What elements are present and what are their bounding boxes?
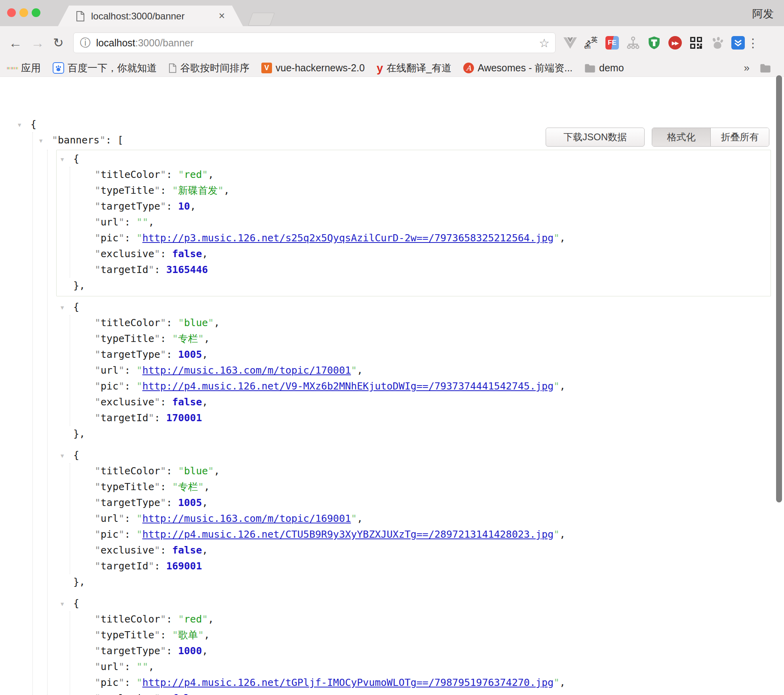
json-object-close: }, [57, 574, 771, 590]
json-field-pic: "pic": "http://p4.music.126.net/V9-MXz6b… [95, 378, 771, 394]
bookmark-star-icon[interactable]: ☆ [539, 36, 550, 50]
json-object-close: }, [57, 426, 771, 442]
json-object-open: ▼{ [57, 151, 771, 167]
json-field-targetId: "targetId": 170001 [95, 410, 771, 426]
tab-title: localhost:3000/banner [91, 11, 219, 22]
json-field-targetId: "targetId": 169001 [95, 558, 771, 574]
json-field-titleColor: "titleColor": "red", [95, 611, 771, 627]
json-field-typeTitle: "typeTitle": "专栏", [95, 479, 771, 495]
json-field-pic: "pic": "http://p3.music.126.net/s25q2x5Q… [95, 230, 771, 246]
json-field-titleColor: "titleColor": "blue", [95, 463, 771, 479]
view-mode-switch: 格式化 折叠所有 [652, 128, 769, 147]
profile-name[interactable]: 阿发 [752, 7, 774, 21]
json-field-url: "url": "http://music.163.com/m/topic/170… [95, 363, 771, 378]
fe-helper-icon[interactable]: FE [605, 36, 619, 50]
json-field-url: "url": "http://music.163.com/m/topic/169… [95, 511, 771, 527]
youdao-icon: y [377, 63, 383, 73]
json-array-item: ▼{ "titleColor": "red","typeTitle": "歌单"… [56, 594, 771, 695]
json-array-item: ▼{ "titleColor": "blue","typeTitle": "专栏… [56, 446, 771, 593]
url-host: localhost [96, 37, 135, 49]
vue-icon: V [261, 63, 272, 73]
json-object-open: ▼{ [57, 299, 771, 315]
json-tree: ▼{ ▼"banners": [ ▼{ "titleColor": "red",… [0, 116, 784, 695]
json-field-targetType: "targetType": 10, [95, 199, 771, 214]
fast-forward-icon[interactable]: ▶▶ [668, 36, 682, 50]
collapse-toggle-icon[interactable]: ▼ [61, 596, 69, 612]
vue-devtools-icon[interactable] [563, 36, 577, 50]
format-button[interactable]: 格式化 [652, 128, 711, 146]
json-field-targetType: "targetType": 1005, [95, 347, 771, 363]
json-link[interactable]: http://music.163.com/m/topic/169001 [142, 513, 351, 524]
json-array-items: ▼{ "titleColor": "red","typeTitle": "新碟首… [47, 150, 784, 695]
page-icon [169, 63, 177, 73]
url-bar[interactable]: ⓘ localhost :3000/banner ☆ [73, 32, 556, 53]
json-field-exclusive: "exclusive": false, [95, 394, 771, 410]
apps-grid-icon [7, 63, 17, 73]
json-array-item: ▼{ "titleColor": "red","typeTitle": "新碟首… [56, 150, 771, 296]
bookmark-youdao[interactable]: y 在线翻译_有道 [377, 61, 451, 74]
forward-button: → [31, 36, 44, 50]
page-info-icon[interactable]: ⓘ [80, 36, 91, 50]
folder-icon [584, 64, 596, 73]
bookmark-vue-hackernews[interactable]: V vue-hackernews-2.0 [261, 62, 365, 74]
json-field-url: "url": "", [95, 214, 771, 230]
baidu-paw-icon [53, 62, 64, 74]
json-link[interactable]: http://music.163.com/m/topic/170001 [142, 365, 351, 376]
shield-download-icon[interactable] [731, 36, 745, 50]
json-link[interactable]: http://p3.music.126.net/s25q2x5QyqsAzilC… [142, 232, 554, 244]
browser-tab[interactable]: localhost:3000/banner × [58, 6, 243, 27]
collapse-toggle-icon[interactable]: ▼ [39, 133, 47, 149]
collapse-toggle-icon[interactable]: ▼ [61, 151, 69, 167]
json-field-typeTitle: "typeTitle": "专栏", [95, 331, 771, 347]
json-field-titleColor: "titleColor": "blue", [95, 315, 771, 331]
bookmark-google-sort[interactable]: 谷歌按时间排序 [169, 61, 249, 74]
url-path: :3000/banner [135, 37, 193, 49]
bookmark-baidu[interactable]: 百度一下，你就知道 [53, 61, 157, 74]
folder-icon [760, 64, 771, 73]
bookmark-demo-folder[interactable]: demo [584, 62, 624, 74]
download-json-button[interactable]: 下载JSON数据 [546, 128, 645, 147]
extension-icons: 英 ⇄ en FE ▶▶ [563, 36, 745, 50]
new-tab-button[interactable] [248, 13, 275, 26]
browser-menu-icon[interactable]: ⋮ [747, 36, 759, 50]
translate-icon[interactable]: 英 ⇄ en [584, 36, 598, 50]
reload-button[interactable]: ↻ [53, 36, 64, 49]
back-button[interactable]: ← [9, 36, 22, 50]
qr-code-icon[interactable] [689, 36, 703, 50]
json-object-open: ▼{ [57, 596, 771, 611]
json-field-pic: "pic": "http://p4.music.126.net/tGPljf-I… [95, 675, 771, 691]
collapse-toggle-icon[interactable]: ▼ [61, 300, 69, 315]
tab-strip: localhost:3000/banner × 阿发 [0, 0, 784, 26]
paw-icon[interactable] [710, 36, 724, 50]
browser-toolbar: ← → ↻ ⓘ localhost :3000/banner ☆ 英 ⇄ en … [0, 26, 784, 59]
tampermonkey-shield-icon[interactable] [647, 36, 661, 50]
json-field-url: "url": "", [95, 659, 771, 675]
page-icon [76, 11, 85, 21]
collapse-all-button[interactable]: 折叠所有 [711, 128, 769, 146]
bookmarks-bar: 应用 百度一下，你就知道 谷歌按时间排序 V vue-hackernews-2.… [0, 59, 784, 77]
sitemap-icon[interactable] [626, 36, 640, 50]
collapse-toggle-icon[interactable]: ▼ [18, 117, 26, 133]
minimize-window-button[interactable] [19, 8, 28, 17]
bookmark-apps[interactable]: 应用 [7, 61, 41, 74]
json-object-close: }, [57, 278, 771, 294]
vertical-scrollbar[interactable] [776, 75, 782, 502]
json-field-typeTitle: "typeTitle": "新碟首发", [95, 183, 771, 199]
close-window-button[interactable] [7, 8, 16, 17]
zoom-window-button[interactable] [32, 8, 40, 17]
json-field-exclusive: "exclusive": false, [95, 246, 771, 262]
json-link[interactable]: http://p4.music.126.net/CTU5B9R9y3XyYBZX… [142, 529, 554, 540]
json-array-item: ▼{ "titleColor": "blue","typeTitle": "专栏… [56, 298, 771, 445]
collapse-toggle-icon[interactable]: ▼ [61, 448, 69, 464]
awesomes-icon: A [463, 63, 474, 73]
json-field-pic: "pic": "http://p4.music.126.net/CTU5B9R9… [95, 527, 771, 542]
json-link[interactable]: http://p4.music.126.net/tGPljf-IMOCyPvum… [142, 677, 554, 688]
bookmarks-overflow-icon[interactable]: » [744, 62, 750, 74]
json-link[interactable]: http://p4.music.126.net/V9-MXz6b2MNhEKju… [142, 380, 554, 392]
other-bookmarks-folder[interactable] [760, 64, 774, 73]
json-field-exclusive: "exclusive": false, [95, 542, 771, 558]
bookmark-awesomes[interactable]: A Awesomes - 前端资... [463, 61, 573, 74]
json-field-titleColor: "titleColor": "red", [95, 167, 771, 183]
tab-close-icon[interactable]: × [219, 11, 225, 21]
json-field-targetType: "targetType": 1000, [95, 643, 771, 659]
